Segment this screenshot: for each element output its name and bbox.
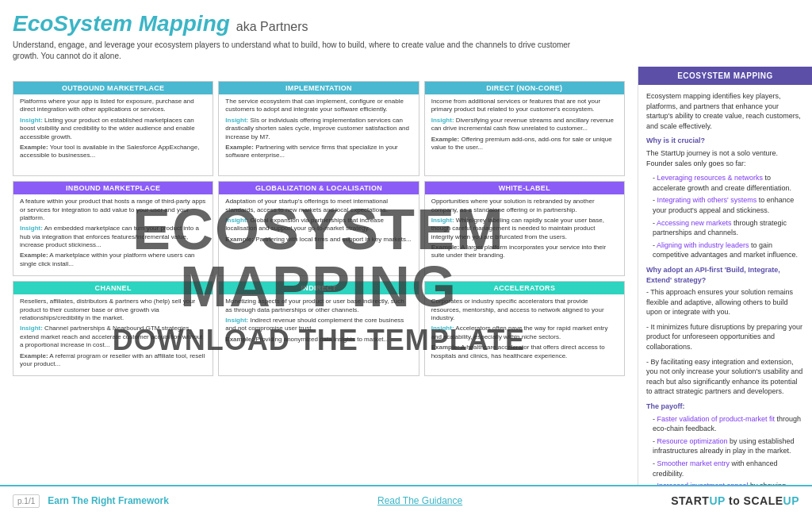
brand-scale: SCALE (744, 494, 783, 507)
rp-why-crucial-body: The StartUp journey is not a solo ventur… (646, 148, 804, 168)
footer: p.1/1 Earn The Right Framework Read The … (0, 485, 812, 515)
brand-scaleup: UP (783, 494, 799, 507)
rp-api-heading: Why adopt an API-first 'Build, Integrate… (646, 265, 804, 285)
title-ecosystem: EcoSystem Mapping (13, 11, 230, 37)
cell-example-white-label: Example: A larger platform incorporates … (431, 244, 618, 260)
cell-body-white-label: Opportunities where your solution is reb… (431, 198, 618, 214)
cell-header-accelerators: ACCELERATORS (425, 282, 624, 294)
cell-insight-outbound: Insight: Listing your product on establi… (20, 117, 206, 141)
right-panel-body: Ecosystem mapping identifies key players… (638, 85, 812, 485)
cell-body-outbound: Platforms where your app is listed for e… (20, 98, 206, 114)
cell-header-direct: DIRECT (NON-CORE) (425, 82, 624, 94)
cell-insight-accelerators: Insight: Accelerators often pave the way… (431, 325, 618, 341)
cell-body-inbound: A feature within your product that hosts… (20, 198, 206, 222)
cell-body-implementation: The service ecosystem that can implement… (225, 98, 412, 114)
cell-direct-non-core: DIRECT (NON-CORE) Income from additional… (424, 81, 625, 176)
cell-example-globalization: Example: Partnering with local firms and… (225, 236, 412, 244)
cell-insight-indirect: Insight: Indirect revenue should complem… (225, 317, 412, 333)
rp-why-crucial-heading: Why is it crucial? (646, 136, 804, 146)
cell-globalization: GLOBALIZATION & LOCALISATION Adaptation … (218, 181, 419, 276)
cell-insight-direct: Insight: Diversifying your revenue strea… (431, 117, 618, 133)
cell-header-indirect: INDIRECT (219, 282, 418, 294)
page-header: EcoSystem Mapping aka Partners Understan… (0, 0, 812, 67)
footer-brand: STARTUP to SCALEUP (671, 494, 799, 507)
cell-body-globalization: Adaptation of your startup's offerings t… (225, 198, 412, 214)
rp-bullet-3: - Accessing new markets through strategi… (653, 218, 804, 238)
rp-bullet-4: - Aligning with industry leaders to gain… (653, 240, 804, 260)
read-guidance-link[interactable]: Read The Guidance (377, 495, 462, 506)
brand-start: START (671, 494, 709, 507)
footer-page: p.1/1 (13, 494, 40, 508)
rp-payoff-heading: The payoff: (646, 402, 804, 412)
cell-channel: CHANNEL Resellers, affiliates, distribut… (13, 281, 213, 376)
cell-example-direct: Example: Offering premium add-ons, add-o… (431, 136, 618, 152)
rp-api-3: - By facilitating easy integration and e… (646, 357, 804, 397)
cell-insight-implementation: Insight: SIs or individuals offering imp… (225, 117, 412, 141)
title-row: EcoSystem Mapping aka Partners (13, 11, 799, 37)
cell-insight-channel: Insight: Channel partnerships & Nearboun… (20, 325, 206, 349)
cell-indirect: INDIRECT Monetizing aspects of your prod… (218, 281, 419, 376)
cell-example-implementation: Example: Partnering with service firms t… (225, 144, 412, 160)
cell-example-outbound: Example: Your tool is available in the S… (20, 144, 206, 160)
cell-header-outbound: OUTBOUND MARKETPLACE (13, 82, 213, 94)
rp-bullet-2: - Integrating with others' systems to en… (653, 195, 804, 215)
cell-example-channel: Example: A referral program or reseller … (20, 352, 206, 369)
cell-inbound-marketplace: INBOUND MARKETPLACE A feature within you… (13, 181, 213, 276)
cell-body-indirect: Monetizing aspects of your product or us… (225, 298, 412, 314)
left-content: OUTBOUND MARKETPLACE Platforms where you… (13, 81, 625, 477)
grid-container: OUTBOUND MARKETPLACE Platforms where you… (13, 81, 625, 376)
cell-body-accelerators: Corporates or industry specific accelera… (431, 298, 618, 322)
cell-header-channel: CHANNEL (13, 282, 213, 294)
left-panel: OUTBOUND MARKETPLACE Platforms where you… (0, 67, 638, 485)
footer-left: p.1/1 Earn The Right Framework (13, 494, 169, 508)
title-aka: aka Partners (236, 20, 308, 34)
brand-to: to (729, 494, 744, 507)
cell-header-inbound: INBOUND MARKETPLACE (13, 182, 213, 194)
cell-white-label: WHITE-LABEL Opportunities where your sol… (424, 181, 625, 276)
cell-body-direct: Income from additional services or featu… (431, 98, 618, 114)
cell-example-accelerators: Example: A healthcare accelerator that o… (431, 344, 618, 360)
right-panel-header: ECOSYSTEM MAPPING (638, 67, 812, 85)
cell-insight-inbound: Insight: An embedded marketplace can tur… (20, 225, 206, 249)
rp-bullet-1: - Leveraging resources & networks to acc… (653, 173, 804, 193)
cell-outbound-marketplace: OUTBOUND MARKETPLACE Platforms where you… (13, 81, 213, 176)
main-container: EcoSystem Mapping aka Partners Understan… (0, 0, 812, 515)
cell-accelerators: ACCELERATORS Corporates or industry spec… (424, 281, 625, 376)
rp-payoff-2: - Resource optimization by using establi… (653, 436, 804, 456)
cell-insight-globalization: Insight: Global expansion via partnershi… (225, 217, 412, 233)
content-area: OUTBOUND MARKETPLACE Platforms where you… (0, 67, 812, 485)
cell-example-indirect: Example: Providing anonymized data insig… (225, 336, 412, 344)
rp-api-2: - It minimizes future disruptions by pre… (646, 322, 804, 352)
grid-wrapper: OUTBOUND MARKETPLACE Platforms where you… (13, 81, 625, 477)
cell-header-white-label: WHITE-LABEL (425, 182, 624, 194)
footer-framework: Earn The Right Framework (48, 495, 169, 506)
cell-implementation: IMPLEMENTATION The service ecosystem tha… (218, 81, 419, 176)
right-panel: ECOSYSTEM MAPPING Ecosystem mapping iden… (638, 67, 812, 485)
rp-api-1: - This approach ensures your solution re… (646, 287, 804, 317)
cell-header-globalization: GLOBALIZATION & LOCALISATION (219, 182, 418, 194)
cell-example-inbound: Example: A marketplace within your platf… (20, 252, 206, 268)
rp-intro: Ecosystem mapping identifies key players… (646, 91, 804, 131)
cell-insight-white-label: Insight: White/grey labeling can rapidly… (431, 217, 618, 241)
brand-up: UP (709, 494, 725, 507)
cell-header-implementation: IMPLEMENTATION (219, 82, 418, 94)
cell-body-channel: Resellers, affiliates, distributors & pa… (20, 298, 206, 322)
rp-payoff-3: - Smoother market entry with enhanced cr… (653, 459, 804, 478)
page-subtitle: Understand, engage, and leverage your ec… (13, 40, 584, 62)
rp-payoff-1: - Faster validation of product-market fi… (653, 414, 804, 434)
